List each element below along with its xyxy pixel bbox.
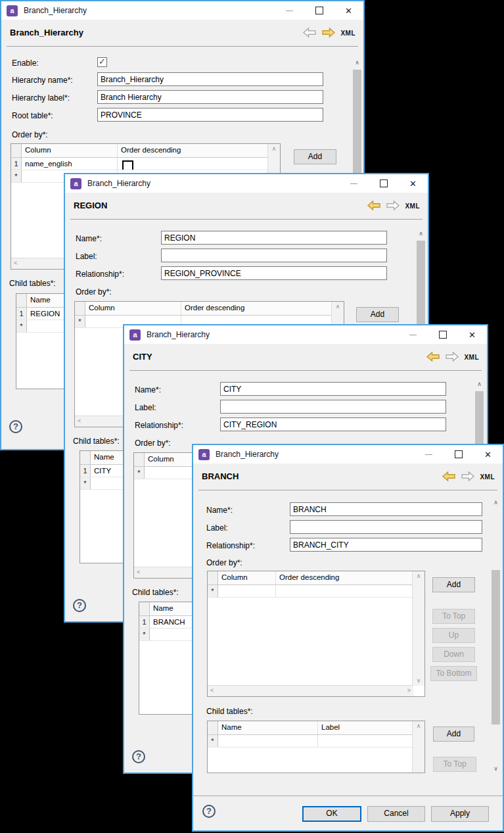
name-label: Name*: bbox=[76, 234, 102, 243]
column-header[interactable]: Order descending bbox=[276, 571, 424, 584]
help-icon[interactable]: ? bbox=[202, 805, 216, 818]
page-title: CITY bbox=[133, 352, 152, 362]
ok-button[interactable]: OK bbox=[302, 806, 361, 822]
root-table-input[interactable] bbox=[97, 108, 323, 122]
relationship-input[interactable] bbox=[290, 538, 482, 552]
maximize-button[interactable] bbox=[369, 174, 398, 193]
column-header[interactable]: Label bbox=[318, 721, 424, 734]
back-icon[interactable] bbox=[426, 351, 440, 362]
order-by-label: Order by*: bbox=[206, 558, 242, 567]
window-scrollbar[interactable]: ∧ ∨ bbox=[490, 498, 501, 774]
table-vertical-scrollbar[interactable]: ∧∨ bbox=[412, 571, 424, 686]
titlebar[interactable]: a Branch_Hierarchy ✕ bbox=[124, 325, 487, 344]
close-button[interactable]: ✕ bbox=[398, 174, 428, 193]
maximize-button[interactable] bbox=[444, 445, 473, 464]
xml-button[interactable]: XML bbox=[340, 29, 355, 37]
titlebar[interactable]: a Branch_Hierarchy ✕ bbox=[193, 445, 503, 464]
order-by-up-button[interactable]: Up bbox=[432, 628, 475, 643]
new-row-marker: * bbox=[16, 320, 27, 332]
label-input[interactable] bbox=[161, 249, 387, 262]
new-row[interactable]: * bbox=[208, 585, 424, 598]
new-row-marker: * bbox=[208, 585, 218, 597]
scrollbar-thumb[interactable] bbox=[492, 570, 500, 725]
table-row[interactable]: 1 name_english bbox=[11, 158, 280, 170]
apply-button[interactable]: Apply bbox=[431, 806, 489, 822]
minimize-button[interactable] bbox=[398, 325, 428, 344]
column-header[interactable]: Column bbox=[85, 302, 181, 315]
forward-icon[interactable] bbox=[461, 471, 475, 482]
enable-checkbox[interactable] bbox=[97, 57, 107, 67]
label-input[interactable] bbox=[220, 400, 446, 414]
app-icon: a bbox=[129, 329, 141, 341]
titlebar[interactable]: a Branch_Hierarchy ✕ bbox=[65, 174, 428, 193]
column-header[interactable]: Column bbox=[218, 571, 276, 584]
order-by-add-button[interactable]: Add bbox=[294, 149, 336, 164]
new-row[interactable]: * bbox=[208, 735, 424, 748]
row-number: 1 bbox=[139, 616, 150, 628]
forward-icon[interactable] bbox=[321, 27, 336, 38]
minimize-button[interactable] bbox=[275, 1, 304, 20]
label-input[interactable] bbox=[290, 520, 482, 534]
table-horizontal-scrollbar[interactable]: <> bbox=[208, 685, 413, 696]
column-header[interactable]: Order descending bbox=[118, 144, 280, 157]
hierarchy-label-input[interactable] bbox=[97, 90, 323, 104]
app-icon-letter: a bbox=[10, 7, 14, 14]
child-tables-table[interactable]: Name Label * ∧ bbox=[207, 721, 425, 773]
xml-button[interactable]: XML bbox=[464, 353, 479, 361]
forward-icon[interactable] bbox=[386, 200, 400, 211]
relationship-label: Relationship*: bbox=[206, 541, 255, 550]
back-icon[interactable] bbox=[442, 471, 456, 482]
empty-cell[interactable] bbox=[218, 585, 276, 597]
row-number-header bbox=[139, 602, 150, 615]
table-vertical-scrollbar[interactable]: ∧ bbox=[412, 721, 424, 773]
help-icon[interactable]: ? bbox=[73, 599, 86, 612]
forward-icon[interactable] bbox=[445, 351, 459, 362]
row-number: 1 bbox=[16, 308, 27, 320]
back-icon[interactable] bbox=[367, 200, 381, 211]
help-icon[interactable]: ? bbox=[132, 750, 145, 763]
maximize-button[interactable] bbox=[428, 325, 457, 344]
row-number: 1 bbox=[11, 158, 22, 170]
minimize-button[interactable] bbox=[414, 445, 444, 464]
name-input[interactable] bbox=[220, 382, 446, 396]
cancel-button[interactable]: Cancel bbox=[367, 806, 425, 822]
child-tables-to-top-button[interactable]: To Top bbox=[433, 757, 476, 772]
child-tables-add-button[interactable]: Add bbox=[433, 726, 474, 742]
column-header[interactable]: Column bbox=[22, 144, 118, 157]
empty-cell[interactable] bbox=[276, 585, 424, 597]
page-title: Branch_Hierarchy bbox=[10, 28, 83, 37]
row-number-header bbox=[16, 294, 27, 307]
name-input[interactable] bbox=[161, 231, 387, 245]
column-header[interactable]: Name bbox=[218, 721, 318, 734]
empty-cell[interactable] bbox=[218, 735, 318, 747]
order-by-down-button[interactable]: Down bbox=[432, 647, 475, 662]
titlebar[interactable]: a Branch_Hierarchy ✕ bbox=[1, 1, 363, 20]
xml-button[interactable]: XML bbox=[405, 202, 420, 210]
close-button[interactable]: ✕ bbox=[473, 445, 503, 464]
relationship-label: Relationship*: bbox=[76, 270, 124, 279]
name-input[interactable] bbox=[290, 502, 482, 516]
order-by-add-button[interactable]: Add bbox=[356, 307, 399, 322]
hierarchy-name-input[interactable] bbox=[97, 72, 323, 86]
order-by-to-top-button[interactable]: To Top bbox=[432, 609, 475, 624]
empty-cell[interactable] bbox=[318, 735, 424, 747]
relationship-input[interactable] bbox=[161, 266, 387, 280]
order-by-to-bottom-button[interactable]: To Bottom bbox=[430, 666, 477, 681]
order-column-cell[interactable]: name_english bbox=[22, 158, 118, 170]
maximize-button[interactable] bbox=[304, 1, 334, 20]
xml-button[interactable]: XML bbox=[480, 473, 495, 481]
help-icon[interactable]: ? bbox=[9, 420, 22, 433]
close-button[interactable]: ✕ bbox=[457, 325, 487, 344]
order-by-add-button[interactable]: Add bbox=[432, 577, 475, 592]
window-title: Branch_Hierarchy bbox=[24, 6, 87, 15]
order-descending-checkbox[interactable] bbox=[122, 160, 133, 170]
close-button[interactable]: ✕ bbox=[334, 1, 363, 20]
app-icon-letter: a bbox=[74, 179, 78, 187]
relationship-input[interactable] bbox=[220, 417, 446, 431]
order-by-table[interactable]: Column Order descending * ∧∨ <> bbox=[207, 571, 425, 697]
back-icon[interactable] bbox=[302, 27, 317, 38]
hierarchy-label-label: Hierarchy label*: bbox=[12, 93, 70, 103]
order-descending-cell[interactable] bbox=[118, 158, 280, 170]
minimize-button[interactable] bbox=[339, 174, 369, 193]
column-header[interactable]: Order descending bbox=[181, 302, 344, 315]
